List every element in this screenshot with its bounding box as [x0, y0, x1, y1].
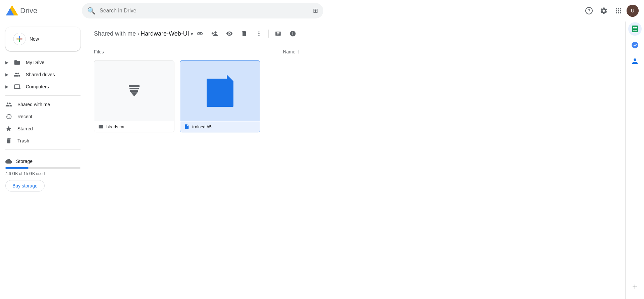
more-actions-button[interactable] — [252, 27, 266, 40]
sort-label: Name — [283, 49, 295, 54]
file-grid: birads.rar — [94, 60, 300, 132]
storage-bar-background — [5, 167, 80, 169]
buy-storage-button[interactable]: Buy storage — [5, 180, 45, 191]
rar-download-icon — [129, 85, 140, 96]
expand-arrow-icon: ▶ — [5, 60, 8, 65]
file-type-icon-h5 — [184, 124, 190, 129]
storage-usage-text: 4.6 GB of 15 GB used — [5, 171, 80, 176]
sidebar-item-label: My Drive — [26, 60, 44, 65]
search-input[interactable] — [100, 8, 309, 14]
file-type-icon-rar — [98, 124, 104, 129]
view-toggle-button[interactable] — [271, 27, 285, 40]
svg-rect-14 — [635, 29, 637, 29]
search-bar: 🔍 ⊞ — [82, 3, 323, 18]
trash-icon — [5, 137, 12, 144]
h5-file-icon — [207, 75, 233, 107]
contacts-icon — [631, 57, 639, 65]
toolbar-actions — [193, 27, 300, 40]
breadcrumb-current-text: Hardware-Web-UI — [141, 30, 189, 37]
search-icon: 🔍 — [87, 7, 96, 15]
shared-drives-icon — [14, 71, 20, 78]
cloud-storage-icon — [5, 158, 12, 165]
storage-bar-fill — [5, 167, 29, 169]
help-feedback-icon[interactable] — [582, 4, 596, 17]
sidebar-item-trash[interactable]: Trash — [0, 135, 80, 147]
sidebar-item-label: Recent — [17, 114, 32, 119]
computer-icon — [14, 83, 20, 90]
main-content: Shared with me › Hardware-Web-UI ▾ — [86, 22, 326, 299]
add-icon — [631, 283, 639, 291]
avatar[interactable]: U — [627, 5, 639, 17]
sidebar-item-label: Starred — [17, 126, 33, 131]
sheets-icon — [631, 25, 639, 33]
breadcrumb: Shared with me › Hardware-Web-UI ▾ — [94, 30, 193, 37]
sidebar-item-recent[interactable]: Recent — [0, 111, 80, 123]
sidebar-item-shared-with-me[interactable]: Shared with me — [0, 98, 80, 111]
topbar-right: U — [582, 4, 639, 17]
folder-icon — [14, 59, 20, 66]
sidebar: New ▶ My Drive ▶ Shared drives ▶ Compute… — [0, 22, 86, 299]
sidebar-divider — [5, 95, 80, 96]
layout: New ▶ My Drive ▶ Shared drives ▶ Compute… — [0, 0, 326, 299]
toolbar-divider — [268, 30, 269, 38]
right-sidebar-add-button[interactable] — [628, 280, 642, 294]
sidebar-item-label: Shared drives — [26, 72, 55, 77]
sort-control[interactable]: Name ↑ — [283, 49, 299, 55]
google-contacts-button[interactable] — [628, 54, 642, 68]
expand-arrow-icon: ▶ — [5, 72, 8, 77]
sidebar-item-label: Shared with me — [17, 102, 50, 107]
files-header: Files Name ↑ — [94, 49, 300, 55]
svg-text:U: U — [631, 8, 634, 13]
get-link-button[interactable] — [193, 27, 207, 40]
google-drive-logo-icon[interactable] — [5, 4, 19, 17]
new-button-label: New — [30, 36, 39, 42]
files-section-label: Files — [94, 49, 104, 54]
file-name-trained-h5: trained.h5 — [192, 124, 256, 129]
new-button[interactable]: New — [5, 27, 80, 51]
sidebar-item-label: Computers — [26, 84, 49, 89]
app-name: Drive — [20, 6, 37, 15]
sort-arrow-icon: ↑ — [297, 49, 300, 55]
file-name-birads: birads.rar — [106, 124, 170, 129]
right-sidebar — [625, 0, 644, 299]
breadcrumb-parent-link[interactable]: Shared with me — [94, 30, 136, 37]
file-card-footer-birads: birads.rar — [94, 121, 174, 132]
breadcrumb-current[interactable]: Hardware-Web-UI ▾ — [141, 30, 193, 37]
sidebar-item-my-drive[interactable]: ▶ My Drive — [0, 56, 80, 69]
svg-rect-15 — [633, 30, 635, 31]
shared-with-me-icon — [5, 101, 12, 108]
svg-rect-13 — [633, 29, 635, 29]
google-apps-icon[interactable] — [612, 4, 625, 17]
settings-icon[interactable] — [597, 4, 610, 17]
file-preview-birads — [94, 60, 174, 121]
files-area: Files Name ↑ — [86, 43, 308, 138]
file-card-birads[interactable]: birads.rar — [94, 60, 174, 132]
breadcrumb-dropdown-icon[interactable]: ▾ — [191, 31, 193, 37]
sidebar-item-starred[interactable]: Starred — [0, 123, 80, 135]
file-card-trained-h5[interactable]: trained.h5 — [180, 60, 260, 132]
topbar: Drive 🔍 ⊞ U — [0, 0, 644, 22]
svg-rect-12 — [635, 27, 637, 28]
svg-point-17 — [632, 42, 638, 48]
sidebar-item-shared-drives[interactable]: ▶ Shared drives — [0, 69, 80, 81]
logo-area: Drive — [5, 4, 79, 17]
svg-rect-16 — [635, 30, 637, 31]
info-button[interactable] — [286, 27, 300, 40]
new-plus-icon — [13, 33, 25, 45]
sidebar-divider-2 — [5, 150, 80, 150]
file-card-footer-trained-h5: trained.h5 — [180, 121, 260, 132]
add-person-button[interactable] — [208, 27, 221, 40]
google-sheets-button[interactable] — [628, 22, 642, 36]
storage-label: Storage — [5, 158, 80, 165]
file-preview-trained-h5 — [180, 60, 260, 121]
sidebar-item-computers[interactable]: ▶ Computers — [0, 81, 80, 93]
preview-button[interactable] — [223, 27, 236, 40]
filter-icon[interactable]: ⊞ — [313, 7, 318, 14]
google-tasks-button[interactable] — [628, 38, 642, 52]
svg-point-5 — [589, 12, 589, 13]
expand-arrow-icon: ▶ — [5, 84, 8, 89]
star-icon — [5, 125, 12, 132]
delete-button[interactable] — [237, 27, 251, 40]
storage-section: Storage 4.6 GB of 15 GB used Buy storage — [0, 153, 86, 197]
svg-rect-11 — [633, 27, 635, 28]
